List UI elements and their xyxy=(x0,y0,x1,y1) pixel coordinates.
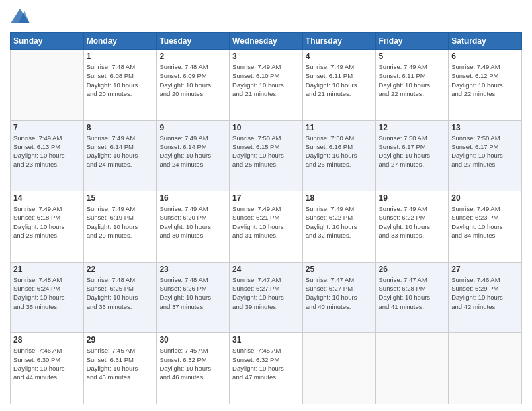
day-info: Sunrise: 7:49 AM Sunset: 6:14 PM Dayligh… xyxy=(87,134,154,169)
day-info: Sunrise: 7:46 AM Sunset: 6:29 PM Dayligh… xyxy=(451,275,519,311)
calendar-cell xyxy=(449,333,522,404)
calendar-cell: 7Sunrise: 7:49 AM Sunset: 6:13 PM Daylig… xyxy=(11,120,84,191)
day-info: Sunrise: 7:50 AM Sunset: 6:17 PM Dayligh… xyxy=(379,134,446,169)
calendar-cell: 23Sunrise: 7:48 AM Sunset: 6:26 PM Dayli… xyxy=(157,262,230,333)
calendar-cell: 22Sunrise: 7:48 AM Sunset: 6:25 PM Dayli… xyxy=(83,262,157,333)
day-number: 1 xyxy=(87,52,154,61)
day-number: 14 xyxy=(13,193,81,203)
day-number: 24 xyxy=(232,265,300,274)
calendar-cell: 20Sunrise: 7:49 AM Sunset: 6:23 PM Dayli… xyxy=(449,191,522,263)
calendar-cell: 29Sunrise: 7:45 AM Sunset: 6:31 PM Dayli… xyxy=(83,333,157,404)
calendar-week-row: 21Sunrise: 7:48 AM Sunset: 6:24 PM Dayli… xyxy=(11,262,522,333)
day-info: Sunrise: 7:48 AM Sunset: 6:25 PM Dayligh… xyxy=(87,275,154,311)
day-number: 25 xyxy=(306,265,373,274)
day-info: Sunrise: 7:50 AM Sunset: 6:16 PM Dayligh… xyxy=(306,134,373,169)
calendar-cell: 4Sunrise: 7:49 AM Sunset: 6:11 PM Daylig… xyxy=(302,50,375,121)
day-number: 17 xyxy=(232,193,300,203)
day-number: 19 xyxy=(379,193,446,203)
calendar-cell: 26Sunrise: 7:47 AM Sunset: 6:28 PM Dayli… xyxy=(375,262,449,333)
day-info: Sunrise: 7:47 AM Sunset: 6:28 PM Dayligh… xyxy=(379,275,446,311)
day-info: Sunrise: 7:49 AM Sunset: 6:19 PM Dayligh… xyxy=(87,204,154,240)
day-number: 20 xyxy=(451,193,519,203)
day-number: 28 xyxy=(13,335,81,345)
header xyxy=(10,7,522,27)
weekday-saturday: Saturday xyxy=(449,33,522,50)
day-info: Sunrise: 7:49 AM Sunset: 6:18 PM Dayligh… xyxy=(13,204,81,240)
calendar-cell: 13Sunrise: 7:50 AM Sunset: 6:17 PM Dayli… xyxy=(449,120,522,191)
calendar-cell: 24Sunrise: 7:47 AM Sunset: 6:27 PM Dayli… xyxy=(230,262,303,333)
day-info: Sunrise: 7:49 AM Sunset: 6:22 PM Dayligh… xyxy=(379,204,446,240)
calendar-cell: 1Sunrise: 7:48 AM Sunset: 6:08 PM Daylig… xyxy=(83,50,157,121)
day-info: Sunrise: 7:49 AM Sunset: 6:14 PM Dayligh… xyxy=(159,134,226,169)
calendar-week-row: 1Sunrise: 7:48 AM Sunset: 6:08 PM Daylig… xyxy=(11,50,522,121)
calendar-cell: 18Sunrise: 7:49 AM Sunset: 6:22 PM Dayli… xyxy=(302,191,375,263)
day-info: Sunrise: 7:49 AM Sunset: 6:12 PM Dayligh… xyxy=(451,62,519,98)
day-number: 21 xyxy=(13,265,81,274)
day-number: 27 xyxy=(451,265,519,274)
day-number: 12 xyxy=(379,123,446,132)
weekday-tuesday: Tuesday xyxy=(157,33,230,50)
day-info: Sunrise: 7:48 AM Sunset: 6:26 PM Dayligh… xyxy=(159,275,226,311)
logo-icon xyxy=(10,7,30,27)
weekday-friday: Friday xyxy=(375,33,449,50)
day-number: 22 xyxy=(87,265,154,274)
day-info: Sunrise: 7:48 AM Sunset: 6:08 PM Dayligh… xyxy=(87,62,154,98)
day-info: Sunrise: 7:45 AM Sunset: 6:32 PM Dayligh… xyxy=(232,346,300,381)
calendar-cell: 8Sunrise: 7:49 AM Sunset: 6:14 PM Daylig… xyxy=(83,120,157,191)
day-number: 2 xyxy=(159,52,226,61)
day-info: Sunrise: 7:49 AM Sunset: 6:22 PM Dayligh… xyxy=(306,204,373,240)
weekday-wednesday: Wednesday xyxy=(230,33,303,50)
day-number: 30 xyxy=(159,335,226,345)
day-number: 15 xyxy=(87,193,154,203)
day-info: Sunrise: 7:49 AM Sunset: 6:11 PM Dayligh… xyxy=(379,62,446,98)
day-info: Sunrise: 7:49 AM Sunset: 6:13 PM Dayligh… xyxy=(13,134,81,169)
calendar-cell: 5Sunrise: 7:49 AM Sunset: 6:11 PM Daylig… xyxy=(375,50,449,121)
calendar-cell: 15Sunrise: 7:49 AM Sunset: 6:19 PM Dayli… xyxy=(83,191,157,263)
calendar-cell: 10Sunrise: 7:50 AM Sunset: 6:15 PM Dayli… xyxy=(230,120,303,191)
day-info: Sunrise: 7:47 AM Sunset: 6:27 PM Dayligh… xyxy=(306,275,373,311)
day-info: Sunrise: 7:48 AM Sunset: 6:24 PM Dayligh… xyxy=(13,275,81,311)
day-number: 5 xyxy=(379,52,446,61)
day-number: 8 xyxy=(87,123,154,132)
calendar-cell: 3Sunrise: 7:49 AM Sunset: 6:10 PM Daylig… xyxy=(230,50,303,121)
day-info: Sunrise: 7:50 AM Sunset: 6:15 PM Dayligh… xyxy=(232,134,300,169)
weekday-monday: Monday xyxy=(83,33,157,50)
calendar-week-row: 28Sunrise: 7:46 AM Sunset: 6:30 PM Dayli… xyxy=(11,333,522,404)
calendar-cell: 16Sunrise: 7:49 AM Sunset: 6:20 PM Dayli… xyxy=(157,191,230,263)
day-number: 26 xyxy=(379,265,446,274)
calendar-cell xyxy=(302,333,375,404)
day-number: 4 xyxy=(306,52,373,61)
calendar-cell: 9Sunrise: 7:49 AM Sunset: 6:14 PM Daylig… xyxy=(157,120,230,191)
day-info: Sunrise: 7:50 AM Sunset: 6:17 PM Dayligh… xyxy=(451,134,519,169)
calendar-week-row: 7Sunrise: 7:49 AM Sunset: 6:13 PM Daylig… xyxy=(11,120,522,191)
day-number: 11 xyxy=(306,123,373,132)
day-number: 18 xyxy=(306,193,373,203)
calendar-cell: 27Sunrise: 7:46 AM Sunset: 6:29 PM Dayli… xyxy=(449,262,522,333)
day-info: Sunrise: 7:46 AM Sunset: 6:30 PM Dayligh… xyxy=(13,346,81,381)
logo xyxy=(10,7,33,27)
calendar-table: SundayMondayTuesdayWednesdayThursdayFrid… xyxy=(10,32,522,404)
weekday-header-row: SundayMondayTuesdayWednesdayThursdayFrid… xyxy=(11,33,522,50)
day-number: 23 xyxy=(159,265,226,274)
day-info: Sunrise: 7:49 AM Sunset: 6:10 PM Dayligh… xyxy=(232,62,300,98)
day-number: 6 xyxy=(451,52,519,61)
calendar-cell: 19Sunrise: 7:49 AM Sunset: 6:22 PM Dayli… xyxy=(375,191,449,263)
day-number: 16 xyxy=(159,193,226,203)
calendar-cell: 31Sunrise: 7:45 AM Sunset: 6:32 PM Dayli… xyxy=(230,333,303,404)
calendar-cell: 30Sunrise: 7:45 AM Sunset: 6:32 PM Dayli… xyxy=(157,333,230,404)
day-info: Sunrise: 7:47 AM Sunset: 6:27 PM Dayligh… xyxy=(232,275,300,311)
day-number: 31 xyxy=(232,335,300,345)
calendar-cell: 2Sunrise: 7:48 AM Sunset: 6:09 PM Daylig… xyxy=(157,50,230,121)
day-info: Sunrise: 7:49 AM Sunset: 6:20 PM Dayligh… xyxy=(159,204,226,240)
day-number: 7 xyxy=(13,123,81,132)
calendar-cell: 17Sunrise: 7:49 AM Sunset: 6:21 PM Dayli… xyxy=(230,191,303,263)
day-info: Sunrise: 7:45 AM Sunset: 6:32 PM Dayligh… xyxy=(159,346,226,381)
day-number: 10 xyxy=(232,123,300,132)
day-number: 29 xyxy=(87,335,154,345)
page: SundayMondayTuesdayWednesdayThursdayFrid… xyxy=(0,0,532,411)
day-info: Sunrise: 7:49 AM Sunset: 6:11 PM Dayligh… xyxy=(306,62,373,98)
day-number: 13 xyxy=(451,123,519,132)
calendar-cell: 21Sunrise: 7:48 AM Sunset: 6:24 PM Dayli… xyxy=(11,262,84,333)
weekday-sunday: Sunday xyxy=(11,33,84,50)
day-info: Sunrise: 7:49 AM Sunset: 6:23 PM Dayligh… xyxy=(451,204,519,240)
